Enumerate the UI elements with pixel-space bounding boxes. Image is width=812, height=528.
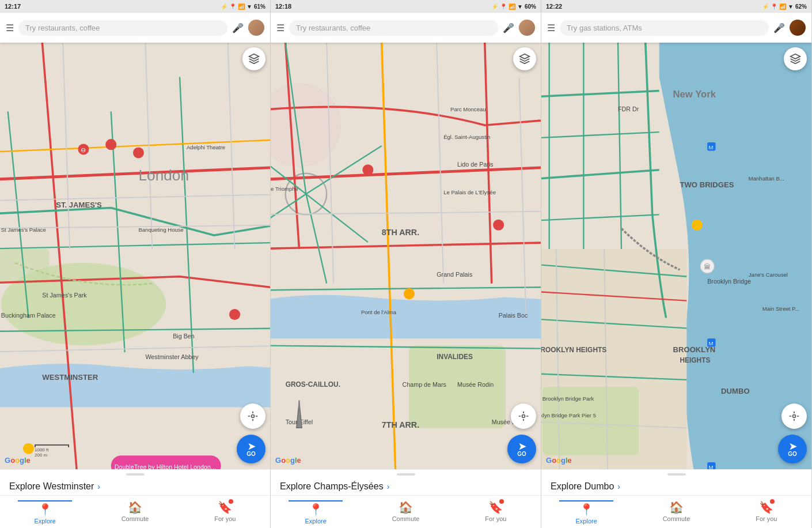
location-status-icon-paris: 📍 bbox=[500, 3, 507, 10]
svg-text:M: M bbox=[709, 144, 714, 150]
status-icons-london: ⚡ 📍 📶 ▼ 61% bbox=[221, 3, 265, 10]
map-area-paris[interactable]: 8TH ARR. 7TH ARR. GROS-CAILLOU. INVALIDE… bbox=[271, 43, 541, 469]
layer-button-paris[interactable] bbox=[513, 47, 536, 70]
go-button-paris[interactable]: ➤ GO bbox=[507, 435, 536, 463]
commute-tab-label-nyc: Commute bbox=[663, 515, 690, 522]
search-input-nyc[interactable]: Try gas stations, ATMs bbox=[560, 20, 769, 36]
svg-text:Parc Monceau: Parc Monceau bbox=[450, 106, 485, 112]
location-button-paris[interactable] bbox=[511, 403, 536, 429]
svg-text:New York: New York bbox=[673, 89, 716, 100]
foryou-icon-wrapper-london: 🔖 bbox=[218, 500, 232, 514]
foryou-badge-paris bbox=[499, 499, 504, 504]
avatar-london[interactable] bbox=[248, 20, 264, 36]
mic-icon-paris[interactable]: 🎤 bbox=[503, 22, 514, 33]
svg-point-75 bbox=[793, 415, 796, 418]
commute-tab-icon-nyc: 🏠 bbox=[669, 500, 684, 514]
map-area-london[interactable]: ST. JAMES'S WESTMINSTER London Big Ben W… bbox=[0, 43, 270, 469]
wifi-icon: ▼ bbox=[246, 3, 252, 10]
svg-text:FDR Dr: FDR Dr bbox=[618, 105, 639, 112]
location-button-nyc[interactable] bbox=[781, 403, 807, 429]
tab-explore-london[interactable]: 📍 Explore bbox=[0, 499, 90, 526]
explore-arrow-nyc: › bbox=[617, 482, 620, 491]
explore-title-nyc: Explore Dumbo bbox=[551, 481, 614, 492]
wifi-icon-nyc: ▼ bbox=[788, 3, 794, 10]
tab-foryou-paris[interactable]: 🔖 For you bbox=[451, 499, 541, 526]
mic-icon-nyc[interactable]: 🎤 bbox=[773, 22, 785, 33]
svg-text:M: M bbox=[709, 464, 714, 469]
svg-text:BROOKLYN HEIGHTS: BROOKLYN HEIGHTS bbox=[541, 346, 606, 354]
svg-text:Big Ben: Big Ben bbox=[173, 333, 195, 340]
explore-tab-icon-paris: 📍 bbox=[309, 503, 323, 516]
bottom-panel-london: Explore Westminster › 📍 Explore 🏠 Commut… bbox=[0, 469, 270, 528]
svg-text:HEIGHTS: HEIGHTS bbox=[680, 356, 710, 364]
svg-text:Buckingham Palace: Buckingham Palace bbox=[1, 312, 56, 319]
foryou-badge-london bbox=[229, 499, 233, 504]
tab-explore-paris[interactable]: 📍 Explore bbox=[271, 499, 361, 526]
signal-icon: 📶 bbox=[238, 3, 245, 10]
foryou-icon-wrapper-paris: 🔖 bbox=[488, 500, 503, 514]
explore-bar-nyc[interactable]: Explore Dumbo › bbox=[541, 476, 811, 495]
status-bar-london: 12:17 ⚡ 📍 📶 ▼ 61% bbox=[0, 0, 270, 13]
explore-bar-london[interactable]: Explore Westminster › bbox=[0, 476, 270, 495]
svg-text:Pont de l'Alma: Pont de l'Alma bbox=[361, 309, 397, 315]
search-bar-paris: ☰ Try restaurants, coffee 🎤 bbox=[271, 13, 541, 43]
scale-bar-london: 1000 ft 200 m bbox=[35, 444, 69, 458]
mic-icon-london[interactable]: 🎤 bbox=[232, 22, 244, 33]
explore-tab-icon-nyc: 📍 bbox=[579, 503, 594, 516]
foryou-tab-label-nyc: For you bbox=[756, 515, 777, 522]
svg-text:⊖: ⊖ bbox=[81, 146, 86, 153]
tab-underline-explore-nyc bbox=[559, 500, 613, 501]
explore-bar-paris[interactable]: Explore Champs-Élysées › bbox=[271, 476, 541, 495]
tab-explore-nyc[interactable]: 📍 Explore bbox=[541, 499, 631, 526]
map-london: ST. JAMES'S WESTMINSTER London Big Ben W… bbox=[0, 43, 270, 469]
google-logo-london: Google bbox=[5, 456, 31, 465]
svg-text:7TH ARR.: 7TH ARR. bbox=[382, 420, 419, 429]
svg-text:DUMBO: DUMBO bbox=[721, 387, 750, 395]
phone-panel-nyc: 12:22 ⚡ 📍 📶 ▼ 62% ☰ Try gas stations, AT… bbox=[541, 0, 812, 528]
explore-arrow-london: › bbox=[97, 482, 100, 491]
foryou-tab-label-london: For you bbox=[214, 515, 236, 522]
tab-commute-nyc[interactable]: 🏠 Commute bbox=[631, 499, 721, 526]
status-time-paris: 12:18 bbox=[275, 3, 291, 10]
explore-tab-label-london: Explore bbox=[35, 518, 56, 525]
avatar-nyc[interactable] bbox=[790, 20, 806, 36]
commute-tab-label-london: Commute bbox=[122, 515, 149, 522]
search-bar-nyc: ☰ Try gas stations, ATMs 🎤 bbox=[541, 13, 811, 43]
search-input-london[interactable]: Try restaurants, coffee bbox=[18, 20, 227, 36]
svg-text:8TH ARR.: 8TH ARR. bbox=[382, 228, 419, 237]
tab-foryou-nyc[interactable]: 🔖 For you bbox=[722, 499, 811, 526]
layer-button-nyc[interactable] bbox=[784, 47, 807, 70]
bluetooth-icon: ⚡ bbox=[221, 3, 227, 10]
search-bar-london: ☰ Try restaurants, coffee 🎤 bbox=[0, 13, 270, 43]
explore-tab-icon-london: 📍 bbox=[38, 503, 52, 516]
svg-text:Main Street P...: Main Street P... bbox=[762, 306, 799, 312]
tab-foryou-london[interactable]: 🔖 For you bbox=[180, 499, 270, 526]
map-area-nyc[interactable]: New York TWO BRIDGES BROOKLYN HEIGHTS BR… bbox=[541, 43, 811, 469]
avatar-paris[interactable] bbox=[519, 20, 535, 36]
tab-underline-explore-london bbox=[18, 500, 72, 501]
hamburger-icon[interactable]: ☰ bbox=[6, 22, 14, 33]
go-button-london[interactable]: ➤ GO bbox=[237, 435, 265, 463]
avatar-image-nyc bbox=[790, 20, 806, 36]
search-input-paris[interactable]: Try restaurants, coffee bbox=[289, 20, 498, 36]
nav-tabs-paris: 📍 Explore 🏠 Commute 🔖 For you bbox=[271, 495, 541, 528]
explore-arrow-paris: › bbox=[387, 482, 390, 491]
signal-icon-paris: 📶 bbox=[509, 3, 515, 10]
svg-point-21 bbox=[252, 415, 255, 418]
layer-button-london[interactable] bbox=[242, 47, 265, 70]
explore-tab-label-paris: Explore bbox=[305, 518, 327, 525]
svg-point-45 bbox=[362, 164, 373, 175]
status-icons-paris: ⚡ 📍 📶 ▼ 60% bbox=[491, 3, 536, 10]
bottom-panel-nyc: Explore Dumbo › 📍 Explore 🏠 Commute 🔖 Fo… bbox=[541, 469, 811, 528]
hamburger-icon-nyc[interactable]: ☰ bbox=[547, 22, 555, 33]
tab-commute-london[interactable]: 🏠 Commute bbox=[90, 499, 180, 526]
svg-point-17 bbox=[229, 309, 240, 320]
tab-commute-paris[interactable]: 🏠 Commute bbox=[361, 499, 450, 526]
commute-tab-icon-london: 🏠 bbox=[128, 500, 142, 514]
svg-point-20 bbox=[23, 443, 34, 454]
go-button-nyc[interactable]: ➤ GO bbox=[778, 435, 807, 463]
hamburger-icon-paris[interactable]: ☰ bbox=[276, 22, 284, 33]
status-time-london: 12:17 bbox=[5, 3, 21, 10]
location-button-london[interactable] bbox=[240, 403, 265, 429]
svg-point-48 bbox=[522, 415, 525, 418]
